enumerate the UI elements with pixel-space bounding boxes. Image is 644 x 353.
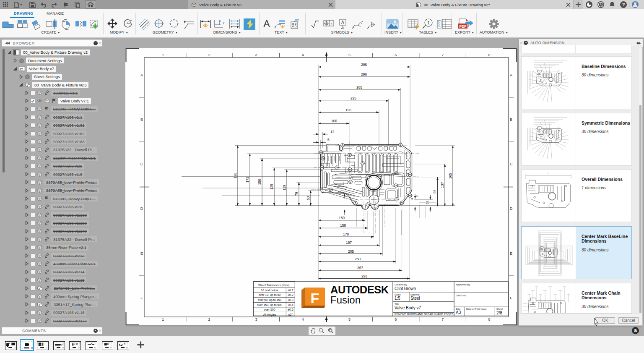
svg-text:F: F: [140, 296, 143, 300]
svg-text:293: 293: [361, 274, 367, 278]
svg-text:±2°: ±2°: [288, 313, 293, 316]
svg-text:8: 8: [488, 53, 490, 57]
svg-text:F: F: [510, 296, 512, 300]
svg-text:±0.4: ±0.4: [288, 303, 293, 306]
svg-text:296: 296: [361, 72, 367, 76]
svg-text:Title: Title: [395, 303, 400, 305]
svg-text:Fusion: Fusion: [330, 294, 361, 306]
svg-text:53: 53: [306, 196, 310, 200]
svg-text:79: 79: [294, 192, 299, 196]
svg-text:Created By: Created By: [395, 283, 407, 286]
svg-text:156: 156: [257, 179, 262, 185]
svg-text:E: E: [510, 251, 512, 256]
svg-text:4: 4: [302, 317, 304, 322]
svg-text:±0.2: ±0.2: [288, 293, 293, 296]
svg-text:1: 1: [162, 317, 164, 322]
svg-text:22: 22: [426, 201, 429, 204]
svg-text:172: 172: [245, 177, 249, 183]
svg-text:2: 2: [208, 317, 210, 322]
svg-text:3: 3: [255, 53, 257, 57]
svg-text:7: 7: [441, 53, 444, 57]
svg-text:197: 197: [346, 241, 352, 245]
svg-text:158: 158: [340, 223, 346, 227]
svg-text:10 and below: 10 and below: [261, 289, 279, 292]
svg-text:.1: .1: [330, 22, 333, 26]
svg-text:A3: A3: [456, 310, 461, 315]
svg-text:6: 6: [395, 317, 397, 322]
svg-text:6: 6: [395, 53, 397, 57]
svg-text:over 10, up to 50: over 10, up to 50: [259, 293, 281, 297]
svg-text:267: 267: [357, 266, 363, 270]
svg-text:C: C: [510, 162, 513, 166]
svg-text:1: 1: [162, 53, 164, 57]
svg-text:X: X: [218, 19, 221, 23]
svg-text:A: A: [263, 18, 270, 29]
svg-text:1: 1: [427, 21, 430, 25]
svg-text:Date of First Issue: Date of First Issue: [466, 308, 487, 310]
svg-text:A: A: [341, 20, 344, 25]
svg-text:Sheet: Sheet: [496, 308, 503, 310]
svg-text:Approved By: Approved By: [456, 283, 470, 286]
svg-text:2/8: 2/8: [496, 311, 502, 315]
svg-text:8: 8: [415, 195, 419, 197]
svg-text:125: 125: [270, 184, 274, 190]
svg-text:D: D: [140, 207, 143, 211]
svg-text:2: 2: [208, 53, 210, 57]
svg-text:150: 150: [339, 216, 345, 220]
svg-text:B: B: [140, 118, 143, 122]
svg-text:165: 165: [448, 173, 452, 179]
svg-text:All Angles: All Angles: [263, 313, 276, 316]
svg-text:DWG No.: DWG No.: [456, 294, 467, 297]
svg-text:7: 7: [441, 317, 444, 322]
svg-text:over 50, up to 150: over 50, up to 150: [258, 298, 282, 302]
svg-text:A: A: [140, 73, 143, 77]
svg-text:Valve Body v7: Valve Body v7: [395, 306, 421, 310]
svg-text:178: 178: [343, 232, 349, 236]
svg-text:Y: Y: [222, 21, 225, 25]
svg-text:over 150, up to 500: over 150, up to 500: [257, 303, 282, 307]
svg-text:PDF: PDF: [460, 24, 467, 29]
svg-text:8: 8: [488, 317, 490, 322]
svg-text:137: 137: [440, 182, 444, 188]
svg-text:3: 3: [410, 198, 414, 200]
svg-text:1:5: 1:5: [395, 296, 400, 301]
svg-text:±0.3: ±0.3: [288, 298, 293, 301]
svg-text:3: 3: [255, 317, 257, 322]
svg-text:±0.1: ±0.1: [288, 289, 293, 292]
svg-text:4: 4: [302, 53, 304, 57]
svg-text:REMOVE BURRS AND BREAK SHARP E: REMOVE BURRS AND BREAK SHARP EDGES: [395, 313, 454, 316]
svg-text:265: 265: [356, 85, 362, 89]
svg-text:Clint Brown: Clint Brown: [395, 286, 416, 291]
svg-text:Sheet Tolerances (mm²): Sheet Tolerances (mm²): [258, 284, 290, 287]
svg-text:119: 119: [282, 185, 286, 191]
svg-text:D: D: [510, 207, 513, 211]
svg-text:over 500: over 500: [264, 308, 275, 311]
svg-text:5: 5: [327, 138, 330, 142]
svg-text:250: 250: [355, 257, 361, 261]
svg-text:?: ?: [622, 2, 625, 7]
svg-text:100: 100: [331, 119, 337, 123]
svg-text:F: F: [311, 290, 319, 306]
svg-text:225: 225: [351, 96, 356, 100]
svg-text:B: B: [510, 118, 512, 122]
svg-text:296: 296: [361, 63, 367, 67]
svg-text:E: E: [140, 251, 143, 256]
svg-text:12: 12: [330, 130, 335, 134]
svg-text:C: C: [140, 162, 143, 166]
svg-text:195: 195: [345, 108, 351, 112]
svg-text:5: 5: [348, 317, 351, 322]
svg-text:Steel: Steel: [410, 296, 420, 301]
svg-text:5: 5: [348, 53, 351, 57]
svg-text:±0.5: ±0.5: [288, 308, 293, 311]
svg-text:96: 96: [433, 189, 437, 193]
svg-text:205: 205: [348, 249, 354, 254]
svg-text:A: A: [510, 73, 512, 77]
svg-text:195: 195: [233, 173, 237, 178]
svg-text:AUTODESK: AUTODESK: [330, 284, 389, 295]
